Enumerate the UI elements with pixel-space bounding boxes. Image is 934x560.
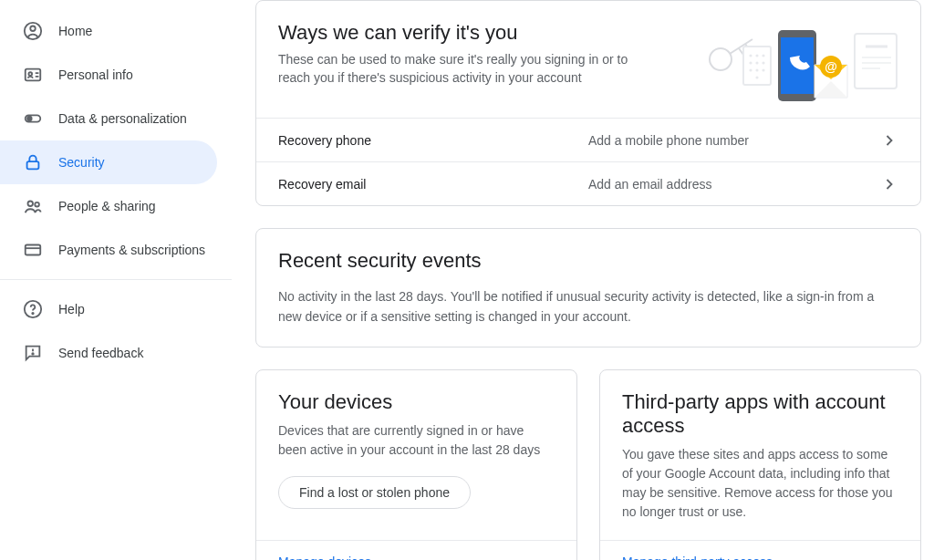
people-icon xyxy=(22,195,44,217)
svg-rect-6 xyxy=(27,161,39,169)
sidebar-item-label: Data & personalization xyxy=(58,111,187,126)
sidebar-item-data-personalization[interactable]: Data & personalization xyxy=(0,97,217,140)
svg-point-17 xyxy=(762,54,764,57)
svg-point-22 xyxy=(755,68,758,71)
sidebar-item-label: Home xyxy=(58,24,92,38)
main-content: Ways we can verify it's you These can be… xyxy=(232,0,934,560)
events-body: No activity in the last 28 days. You'll … xyxy=(256,287,920,347)
svg-point-18 xyxy=(749,61,752,64)
sidebar-item-label: Payments & subscriptions xyxy=(58,243,205,257)
sidebar-item-payments-subscriptions[interactable]: Payments & subscriptions xyxy=(0,228,217,272)
svg-point-12 xyxy=(32,353,33,354)
verify-card: Ways we can verify it's you These can be… xyxy=(255,0,921,206)
sidebar-item-label: Help xyxy=(58,302,85,316)
verify-subtitle: These can be used to make sure it's real… xyxy=(278,50,643,88)
sidebar-item-help[interactable]: Help xyxy=(0,287,217,331)
svg-rect-32 xyxy=(855,34,897,88)
svg-point-7 xyxy=(28,202,34,207)
thirdparty-title: Third-party apps with account access xyxy=(622,390,898,438)
manage-thirdparty-link[interactable]: Manage third-party access xyxy=(622,555,773,560)
third-party-card: Third-party apps with account access You… xyxy=(599,369,921,560)
svg-point-23 xyxy=(762,68,764,71)
chevron-right-icon xyxy=(880,175,898,193)
svg-rect-9 xyxy=(26,245,41,255)
svg-rect-14 xyxy=(743,47,771,85)
svg-point-3 xyxy=(28,72,32,76)
toggle-icon xyxy=(22,108,44,130)
svg-point-24 xyxy=(755,76,758,78)
recovery-email-row[interactable]: Recovery email Add an email address xyxy=(256,161,920,205)
svg-point-8 xyxy=(35,202,39,207)
lock-icon xyxy=(22,151,44,173)
sidebar-item-send-feedback[interactable]: Send feedback xyxy=(0,331,217,375)
recovery-email-label: Recovery email xyxy=(278,177,588,192)
sidebar: Home Personal info Data & personalizatio… xyxy=(0,0,232,560)
verify-title: Ways we can verify it's you xyxy=(278,21,683,45)
security-events-card: Recent security events No activity in th… xyxy=(255,228,921,347)
svg-point-20 xyxy=(762,61,764,64)
svg-rect-2 xyxy=(26,69,41,81)
sidebar-divider xyxy=(0,279,232,280)
svg-point-5 xyxy=(27,117,32,121)
account-circle-icon xyxy=(22,20,44,42)
find-phone-button[interactable]: Find a lost or stolen phone xyxy=(278,476,471,509)
credit-card-icon xyxy=(22,239,44,261)
svg-point-21 xyxy=(749,68,752,71)
thirdparty-subtitle: You gave these sites and apps access to … xyxy=(622,445,898,522)
recovery-phone-value: Add a mobile phone number xyxy=(588,133,880,148)
svg-point-11 xyxy=(32,313,33,314)
id-card-icon xyxy=(22,64,44,86)
devices-subtitle: Devices that are currently signed in or … xyxy=(278,421,555,460)
svg-point-1 xyxy=(30,26,36,32)
feedback-icon xyxy=(22,342,44,364)
svg-point-15 xyxy=(749,54,752,57)
sidebar-item-label: Personal info xyxy=(58,67,133,82)
verify-illustration: @ xyxy=(698,21,898,103)
events-title: Recent security events xyxy=(278,249,898,273)
sidebar-item-label: Send feedback xyxy=(58,346,143,360)
manage-devices-link[interactable]: Manage devices xyxy=(278,555,371,560)
sidebar-item-home[interactable]: Home xyxy=(0,9,217,53)
recovery-phone-label: Recovery phone xyxy=(278,133,588,148)
devices-title: Your devices xyxy=(278,390,555,414)
sidebar-item-label: People & sharing xyxy=(58,199,156,213)
recovery-phone-row[interactable]: Recovery phone Add a mobile phone number xyxy=(256,118,920,161)
sidebar-item-people-sharing[interactable]: People & sharing xyxy=(0,184,217,228)
svg-point-16 xyxy=(755,54,758,57)
sidebar-item-personal-info[interactable]: Personal info xyxy=(0,53,217,97)
your-devices-card: Your devices Devices that are currently … xyxy=(255,369,577,560)
svg-text:@: @ xyxy=(825,59,837,74)
sidebar-item-security[interactable]: Security xyxy=(0,140,217,184)
help-icon xyxy=(22,298,44,320)
svg-point-13 xyxy=(710,48,732,70)
sidebar-item-label: Security xyxy=(58,155,105,170)
svg-point-19 xyxy=(755,61,758,64)
chevron-right-icon xyxy=(880,131,898,150)
recovery-email-value: Add an email address xyxy=(588,177,880,192)
